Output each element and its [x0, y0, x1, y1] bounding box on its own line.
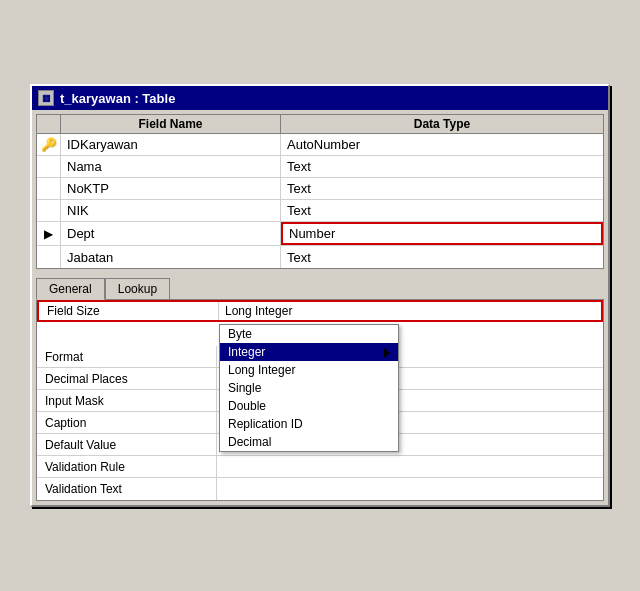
table-row[interactable]: NoKTP Text: [37, 178, 603, 200]
dropdown-item-single[interactable]: Single: [220, 379, 398, 397]
row-marker: [37, 246, 61, 268]
data-type-cell[interactable]: AutoNumber: [281, 134, 603, 155]
prop-value-validationrule[interactable]: [217, 456, 603, 477]
table-row[interactable]: Nama Text: [37, 156, 603, 178]
data-type-cell[interactable]: Text: [281, 156, 603, 177]
dropdown-item-integer[interactable]: Integer: [220, 343, 398, 361]
prop-value-fieldsize[interactable]: Long Integer Byte Integer Long Integer S…: [219, 302, 601, 320]
prop-name-inputmask: Input Mask: [37, 390, 217, 411]
table-header: Field Name Data Type: [37, 115, 603, 134]
dropdown-item-byte[interactable]: Byte: [220, 325, 398, 343]
dropdown-item-replicationid[interactable]: Replication ID: [220, 415, 398, 433]
prop-name-validationtext: Validation Text: [37, 478, 217, 500]
fieldsize-dropdown[interactable]: Byte Integer Long Integer Single Double …: [219, 324, 399, 452]
col-datatype-header: Data Type: [281, 115, 603, 133]
field-name-cell[interactable]: Dept: [61, 222, 281, 245]
field-table: Field Name Data Type 🔑 IDKaryawan AutoNu…: [36, 114, 604, 269]
fieldsize-value: Long Integer: [225, 304, 292, 318]
title-bar: ▦ t_karyawan : Table: [32, 86, 608, 110]
prop-row-validationtext[interactable]: Validation Text: [37, 478, 603, 500]
table-row[interactable]: 🔑 IDKaryawan AutoNumber: [37, 134, 603, 156]
col-icon-header: [37, 115, 61, 133]
dropdown-item-longinteger[interactable]: Long Integer: [220, 361, 398, 379]
prop-value-validationtext[interactable]: [217, 478, 603, 500]
col-fieldname-header: Field Name: [61, 115, 281, 133]
window-content: Field Name Data Type 🔑 IDKaryawan AutoNu…: [32, 110, 608, 505]
prop-name-decimalplaces: Decimal Places: [37, 368, 217, 389]
cursor-icon: [380, 345, 390, 359]
dropdown-item-decimal[interactable]: Decimal: [220, 433, 398, 451]
prop-name-format: Format: [37, 346, 217, 367]
prop-name-validationrule: Validation Rule: [37, 456, 217, 477]
table-row[interactable]: Jabatan Text: [37, 246, 603, 268]
prop-name-caption: Caption: [37, 412, 217, 433]
row-marker: [37, 178, 61, 199]
properties-section: General Lookup Field Size Long Integer B…: [36, 277, 604, 501]
prop-name-defaultvalue: Default Value: [37, 434, 217, 455]
tab-general[interactable]: General: [36, 278, 105, 300]
data-type-cell[interactable]: Text: [281, 178, 603, 199]
dropdown-item-double[interactable]: Double: [220, 397, 398, 415]
properties-table: Field Size Long Integer Byte Integer Lon…: [36, 299, 604, 501]
prop-row-validationrule[interactable]: Validation Rule: [37, 456, 603, 478]
table-row[interactable]: NIK Text: [37, 200, 603, 222]
prop-row-fieldsize[interactable]: Field Size Long Integer Byte Integer Lon…: [37, 300, 603, 322]
field-name-cell[interactable]: IDKaryawan: [61, 134, 281, 155]
row-marker: [37, 156, 61, 177]
main-window: ▦ t_karyawan : Table Field Name Data Typ…: [30, 84, 610, 507]
field-name-cell[interactable]: NoKTP: [61, 178, 281, 199]
field-name-cell[interactable]: NIK: [61, 200, 281, 221]
data-type-cell[interactable]: Number: [281, 222, 603, 245]
field-name-cell[interactable]: Jabatan: [61, 246, 281, 268]
data-type-cell[interactable]: Text: [281, 200, 603, 221]
data-type-cell[interactable]: Text: [281, 246, 603, 268]
field-name-cell[interactable]: Nama: [61, 156, 281, 177]
prop-name-fieldsize: Field Size: [39, 302, 219, 320]
window-title: t_karyawan : Table: [60, 91, 175, 106]
tab-lookup[interactable]: Lookup: [105, 278, 170, 300]
table-row-active[interactable]: ▶ Dept Number: [37, 222, 603, 246]
row-key-icon: 🔑: [37, 134, 61, 155]
window-icon: ▦: [38, 90, 54, 106]
row-marker: [37, 200, 61, 221]
tabs-bar: General Lookup: [36, 277, 604, 299]
row-arrow-icon: ▶: [37, 222, 61, 245]
